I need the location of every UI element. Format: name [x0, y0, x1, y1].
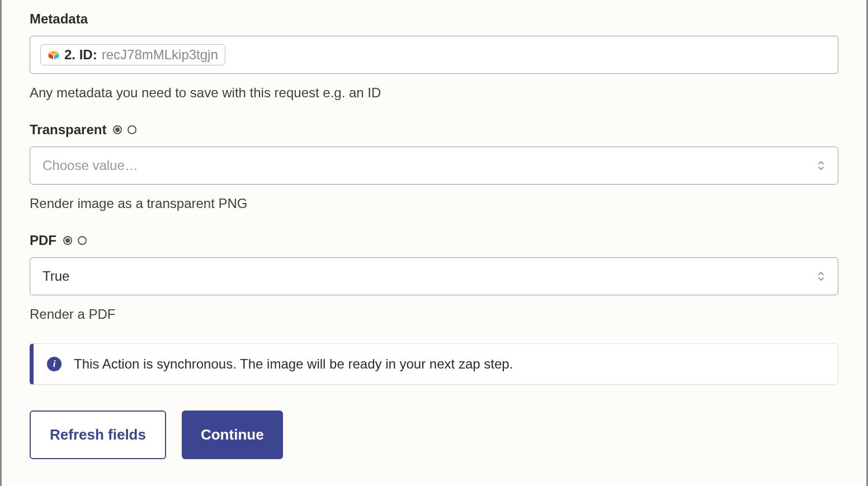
pdf-select-value: True [43, 268, 69, 284]
button-row: Refresh fields Continue [30, 410, 838, 459]
pdf-select[interactable]: True [30, 257, 838, 295]
refresh-fields-button[interactable]: Refresh fields [30, 410, 166, 459]
transparent-radio-group [113, 125, 136, 134]
pdf-label: PDF [30, 233, 56, 248]
transparent-label: Transparent [30, 122, 106, 138]
pdf-field-group: PDF True Render a PDF [30, 233, 838, 322]
metadata-label: Metadata [30, 11, 838, 27]
metadata-pill-value: recJ78mMLkip3tgjn [102, 47, 218, 63]
chevron-updown-icon [817, 159, 825, 172]
transparent-help: Render image as a transparent PNG [30, 196, 838, 211]
transparent-select[interactable]: Choose value… [30, 147, 838, 185]
transparent-field-group: Transparent Choose value… Render image a… [30, 122, 838, 211]
info-alert-text: This Action is synchronous. The image wi… [74, 356, 513, 372]
pdf-label-row: PDF [30, 233, 838, 248]
transparent-select-placeholder: Choose value… [43, 158, 138, 173]
metadata-help: Any metadata you need to save with this … [30, 85, 838, 101]
pdf-radio-group [63, 236, 87, 245]
metadata-pill-label: 2. ID: [64, 47, 97, 63]
transparent-radio-off[interactable] [128, 125, 136, 134]
pdf-radio-on[interactable] [63, 236, 72, 245]
pdf-radio-off[interactable] [78, 236, 87, 245]
metadata-field-group: Metadata 2. ID: recJ78mMLkip3tgjn Any me… [30, 11, 838, 101]
info-icon: i [47, 357, 62, 371]
airtable-icon [48, 49, 60, 61]
continue-button[interactable]: Continue [182, 410, 283, 459]
transparent-radio-on[interactable] [113, 125, 122, 134]
metadata-input[interactable]: 2. ID: recJ78mMLkip3tgjn [30, 36, 838, 74]
metadata-mapped-pill[interactable]: 2. ID: recJ78mMLkip3tgjn [40, 44, 225, 65]
form-panel: Metadata 2. ID: recJ78mMLkip3tgjn Any me… [0, 0, 868, 486]
pdf-help: Render a PDF [30, 306, 838, 322]
transparent-label-row: Transparent [30, 122, 838, 138]
info-alert: i This Action is synchronous. The image … [30, 343, 838, 385]
chevron-updown-icon [817, 270, 825, 282]
